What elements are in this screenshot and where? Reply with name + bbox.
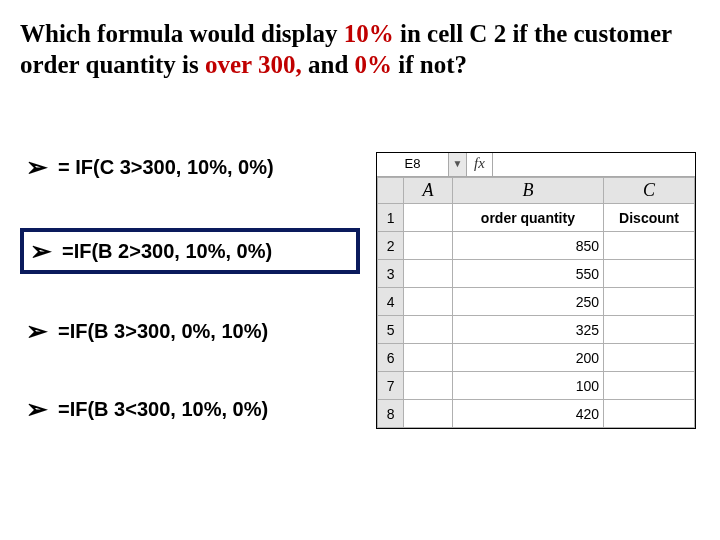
formula-bar: E8 ▼ fx	[377, 153, 695, 177]
row-header[interactable]: 7	[378, 372, 404, 400]
row-header[interactable]: 3	[378, 260, 404, 288]
option-label: =IF(B 3<300, 10%, 0%)	[58, 398, 268, 421]
cell[interactable]	[604, 288, 695, 316]
col-header-A[interactable]: A	[404, 178, 452, 204]
cell[interactable]	[604, 232, 695, 260]
row-header[interactable]: 8	[378, 400, 404, 428]
bullet-icon: ➢	[26, 154, 48, 180]
bullet-icon: ➢	[26, 318, 48, 344]
spreadsheet-grid: A B C 1 order quantity Discount 2 850 3 …	[377, 177, 695, 428]
cell[interactable]	[404, 372, 452, 400]
question-text: Which formula would display 10% in cell …	[20, 18, 700, 81]
row-header[interactable]: 4	[378, 288, 404, 316]
cell[interactable]	[404, 232, 452, 260]
cell[interactable]	[404, 400, 452, 428]
name-dropdown-icon[interactable]: ▼	[449, 153, 467, 176]
name-box[interactable]: E8	[377, 153, 449, 176]
cell[interactable]	[604, 344, 695, 372]
row-header[interactable]: 2	[378, 232, 404, 260]
cell[interactable]	[604, 316, 695, 344]
cell[interactable]	[604, 400, 695, 428]
cell[interactable]: 100	[452, 372, 603, 400]
cell[interactable]: 550	[452, 260, 603, 288]
cell[interactable]	[604, 260, 695, 288]
cell[interactable]	[404, 288, 452, 316]
options-list: ➢ = IF(C 3>300, 10%, 0%) ➢ =IF(B 2>300, …	[20, 150, 360, 470]
option-label: =IF(B 2>300, 10%, 0%)	[62, 240, 272, 263]
cell[interactable]: Discount	[604, 204, 695, 232]
cell[interactable]	[404, 316, 452, 344]
fx-icon[interactable]: fx	[467, 153, 493, 176]
option-1[interactable]: ➢ = IF(C 3>300, 10%, 0%)	[20, 150, 360, 184]
cell[interactable]: 850	[452, 232, 603, 260]
select-all-corner[interactable]	[378, 178, 404, 204]
option-4[interactable]: ➢ =IF(B 3<300, 10%, 0%)	[20, 392, 360, 426]
option-2[interactable]: ➢ =IF(B 2>300, 10%, 0%)	[20, 228, 360, 274]
cell[interactable]	[604, 372, 695, 400]
cell[interactable]	[404, 204, 452, 232]
col-header-C[interactable]: C	[604, 178, 695, 204]
formula-input[interactable]	[493, 153, 695, 176]
bullet-icon: ➢	[30, 238, 52, 264]
bullet-icon: ➢	[26, 396, 48, 422]
cell[interactable]: 420	[452, 400, 603, 428]
row-header[interactable]: 1	[378, 204, 404, 232]
row-header[interactable]: 6	[378, 344, 404, 372]
cell[interactable]: order quantity	[452, 204, 603, 232]
cell[interactable]: 325	[452, 316, 603, 344]
cell[interactable]: 250	[452, 288, 603, 316]
row-header[interactable]: 5	[378, 316, 404, 344]
cell[interactable]: 200	[452, 344, 603, 372]
col-header-B[interactable]: B	[452, 178, 603, 204]
option-label: = IF(C 3>300, 10%, 0%)	[58, 156, 274, 179]
option-3[interactable]: ➢ =IF(B 3>300, 0%, 10%)	[20, 314, 360, 348]
spreadsheet: E8 ▼ fx A B C 1 order quantity Discount …	[376, 152, 696, 429]
option-label: =IF(B 3>300, 0%, 10%)	[58, 320, 268, 343]
cell[interactable]	[404, 344, 452, 372]
cell[interactable]	[404, 260, 452, 288]
